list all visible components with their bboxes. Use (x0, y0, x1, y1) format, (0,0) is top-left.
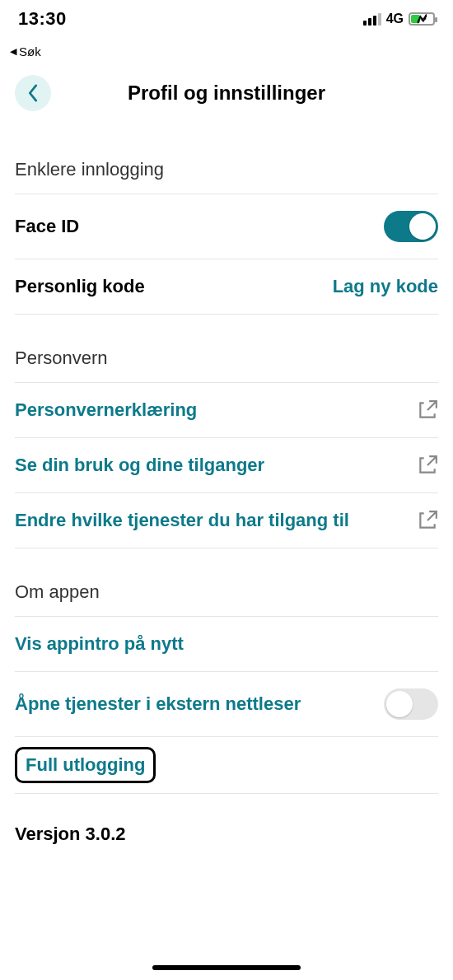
change-services-link: Endre hvilke tjenester du har tilgang ti… (15, 510, 349, 531)
status-time: 13:30 (18, 8, 67, 30)
create-new-code-link[interactable]: Lag ny kode (333, 276, 438, 297)
row-show-intro[interactable]: Vis appintro på nytt (15, 616, 438, 671)
chevron-left-icon (26, 84, 40, 102)
row-external-browser: Åpne tjenester i ekstern nettleser (15, 671, 438, 737)
face-id-label: Face ID (15, 216, 79, 237)
section-privacy-header: Personvern (15, 315, 438, 382)
app-version: Versjon 3.0.2 (15, 794, 438, 875)
breadcrumb-caret-icon: ◀ (10, 46, 16, 57)
show-intro-link: Vis appintro på nytt (15, 633, 184, 655)
row-personal-code: Personlig kode Lag ny kode (15, 259, 438, 315)
page-title: Profil og innstillinger (51, 82, 438, 105)
breadcrumb-back[interactable]: ◀ Søk (10, 44, 437, 58)
privacy-policy-link: Personvernerklæring (15, 399, 197, 421)
external-browser-label: Åpne tjenester i ekstern nettleser (15, 693, 301, 715)
page-header: Profil og innstillinger (0, 58, 453, 126)
section-about-header: Om appen (15, 548, 438, 616)
external-link-icon (417, 455, 438, 476)
personal-code-label: Personlig kode (15, 276, 145, 297)
section-login: Enklere innlogging Face ID Personlig kod… (0, 126, 453, 315)
network-label: 4G (386, 12, 404, 26)
section-about: Om appen Vis appintro på nytt Åpne tjene… (0, 548, 453, 875)
battery-icon: 🗲 (409, 12, 435, 26)
back-button[interactable] (15, 75, 51, 111)
section-privacy: Personvern Personvernerklæring Se din br… (0, 315, 453, 548)
face-id-toggle[interactable] (384, 211, 438, 242)
section-login-header: Enklere innlogging (15, 126, 438, 194)
breadcrumb-label: Søk (19, 44, 41, 58)
full-logout-link[interactable]: Full utlogging (26, 754, 145, 775)
row-change-services[interactable]: Endre hvilke tjenester du har tilgang ti… (15, 492, 438, 548)
row-privacy-policy[interactable]: Personvernerklæring (15, 382, 438, 437)
full-logout-highlight: Full utlogging (15, 747, 156, 783)
cellular-signal-icon (363, 12, 381, 26)
external-link-icon (417, 399, 438, 421)
home-indicator[interactable] (152, 965, 301, 970)
usage-access-link: Se din bruk og dine tilganger (15, 455, 264, 476)
status-right: 4G 🗲 (363, 12, 435, 26)
row-face-id: Face ID (15, 194, 438, 259)
row-usage-access[interactable]: Se din bruk og dine tilganger (15, 437, 438, 492)
external-browser-toggle[interactable] (384, 688, 438, 720)
status-bar: 13:30 4G 🗲 (0, 0, 453, 40)
external-link-icon (417, 510, 438, 531)
